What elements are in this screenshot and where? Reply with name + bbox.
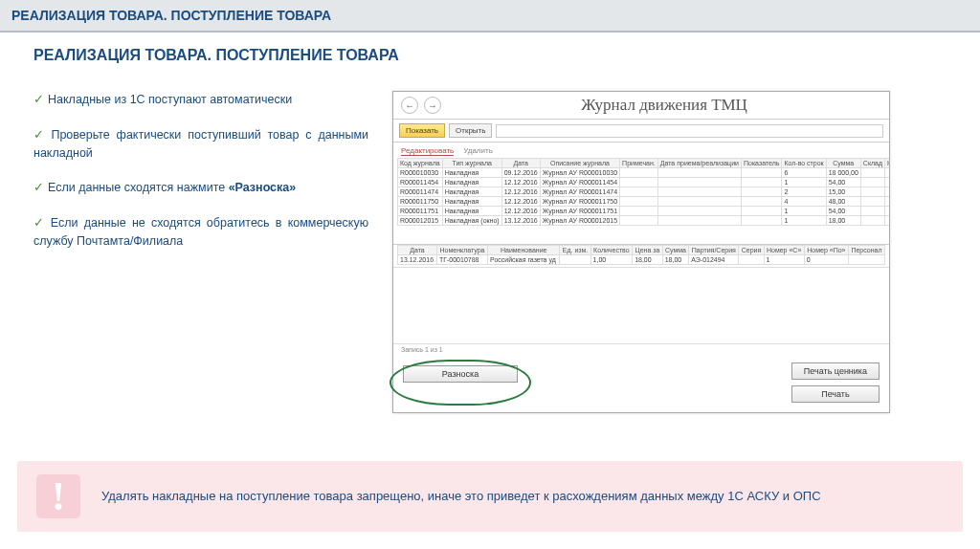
col-header: Сумма xyxy=(662,246,689,255)
col-header: Номер «По» xyxy=(804,246,848,255)
print-button[interactable]: Печать xyxy=(791,385,880,403)
open-button[interactable]: Открыть xyxy=(449,123,492,138)
col-header: Цена за xyxy=(633,246,663,255)
bullet-item: ✓Проверьте фактически поступивший товар … xyxy=(33,126,368,163)
col-header: Номер «С» xyxy=(764,246,804,255)
col-header: Номенклатура xyxy=(436,246,487,255)
col-header: Кол-во строк xyxy=(782,159,826,168)
highlight-oval xyxy=(390,360,531,406)
col-header: Описание журнала xyxy=(540,159,619,168)
bullet-list: ✓Накладные из 1С поступают автоматически… xyxy=(33,91,368,413)
col-header: Дата xyxy=(398,246,437,255)
nav-forward-icon[interactable]: → xyxy=(424,97,441,114)
table-row[interactable]: 13.12.2016 ТГ-00010788 Российская газета… xyxy=(398,255,885,265)
col-header: Сумма xyxy=(826,159,860,168)
col-header: Дата xyxy=(501,159,540,168)
app-window: ← → Журнал движения ТМЦ Показать Открыть… xyxy=(392,91,890,413)
col-header: Показатель xyxy=(741,159,781,168)
toolbar-search-input[interactable] xyxy=(496,124,883,138)
check-icon: ✓ xyxy=(33,93,44,106)
col-header: Персонал xyxy=(848,246,884,255)
table-row[interactable]: R000011751Накладная12.12.2016Журнал АУ R… xyxy=(398,207,890,216)
table-row[interactable]: R000011454Накладная12.12.2016Журнал АУ R… xyxy=(398,178,890,187)
app-title: Журнал движения ТМЦ xyxy=(447,96,881,115)
bullet-item: ✓Если данные не сходятся обратитесь в ко… xyxy=(33,214,368,251)
table-row[interactable]: R000012015Накладная (окно)13.12.2016Журн… xyxy=(398,216,890,226)
col-header: Серия xyxy=(739,246,764,255)
print-price-tag-button[interactable]: Печать ценника xyxy=(791,362,880,380)
col-header: Дата приема/реализации xyxy=(657,159,741,168)
col-header: Ед. изм. xyxy=(560,246,590,255)
nav-back-icon[interactable]: ← xyxy=(401,97,418,114)
bullet-item: ✓Накладные из 1С поступают автоматически xyxy=(33,91,368,109)
exclamation-icon: ! xyxy=(36,474,80,518)
alert-text: Удалять накладные на поступление товара … xyxy=(101,488,821,505)
col-header: Количество xyxy=(590,246,633,255)
page-title: РЕАЛИЗАЦИЯ ТОВАРА. ПОСТУПЛЕНИЕ ТОВАРА xyxy=(33,47,951,64)
col-header: НДП xyxy=(885,159,889,168)
slide-header: РЕАЛИЗАЦИЯ ТОВАРА. ПОСТУПЛЕНИЕ ТОВАРА xyxy=(0,0,980,33)
alert-box: ! Удалять накладные на поступление товар… xyxy=(17,461,963,532)
table-row[interactable]: R000010030Накладная09.12.2016Журнал АУ R… xyxy=(398,168,890,178)
bullet-item: ✓Если данные сходятся нажмите «Разноска» xyxy=(33,179,368,197)
col-header: Партия/Серия xyxy=(689,246,739,255)
col-header: Склад xyxy=(860,159,884,168)
check-icon: ✓ xyxy=(33,128,47,142)
detail-table[interactable]: Дата Номенклатура Наименование Ед. изм. … xyxy=(397,245,885,265)
col-header: Примечан. xyxy=(620,159,658,168)
table-row[interactable]: R000011474Накладная12.12.2016Журнал АУ R… xyxy=(398,187,890,197)
col-header: Тип журнала xyxy=(442,159,501,168)
check-icon: ✓ xyxy=(33,216,47,230)
table-row[interactable]: R000011750Накладная12.12.2016Журнал АУ R… xyxy=(398,197,890,207)
show-button[interactable]: Показать xyxy=(399,123,445,138)
check-icon: ✓ xyxy=(33,181,44,194)
journal-table[interactable]: Код журнала Тип журнала Дата Описание жу… xyxy=(397,158,889,226)
tab-edit[interactable]: Редактировать xyxy=(401,146,454,156)
col-header: Код журнала xyxy=(398,159,443,168)
tab-delete[interactable]: Удалить xyxy=(463,146,493,156)
col-header: Наименование xyxy=(488,246,560,255)
record-count: Запись 1 из 1 xyxy=(393,343,889,355)
